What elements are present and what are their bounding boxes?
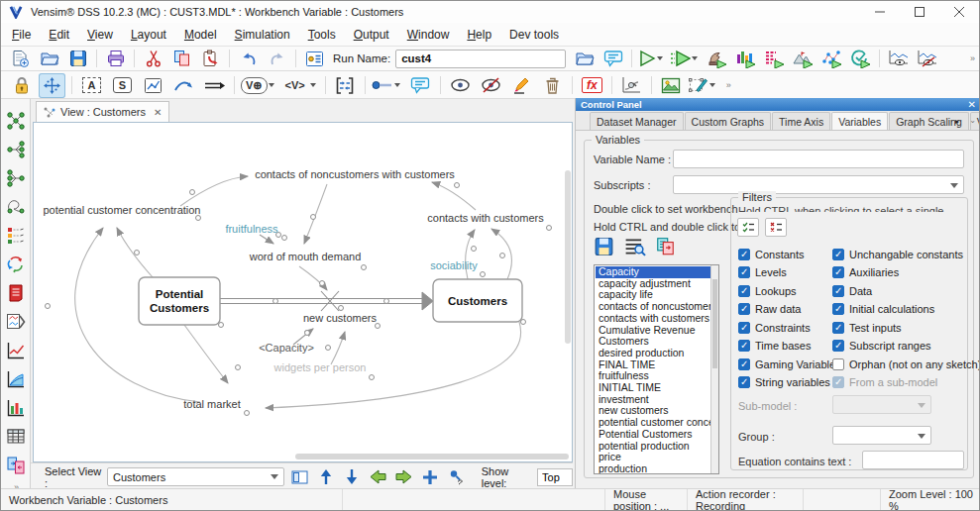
filter-constraints[interactable]: Constraints	[738, 322, 811, 334]
cut-button[interactable]	[141, 48, 165, 69]
copy-button[interactable]	[169, 48, 194, 69]
merge-tool-button[interactable]	[332, 73, 359, 98]
shadow-tool-button[interactable]: S	[109, 73, 136, 98]
canvas-horizontal-scrollbar[interactable]	[295, 454, 569, 460]
minimize-button[interactable]	[860, 1, 900, 23]
view-up-button[interactable]	[315, 466, 337, 488]
var-contacts-of-noncustomers[interactable]: contacts of noncustomers with customers	[255, 168, 455, 180]
canvas-vertical-scrollbar[interactable]	[565, 170, 571, 344]
notes-button[interactable]	[600, 48, 625, 69]
hide-graphs-button[interactable]	[915, 48, 939, 69]
find-variable-button[interactable]	[623, 237, 646, 256]
open-model-button[interactable]	[37, 48, 61, 69]
checkbox[interactable]	[832, 249, 844, 260]
checkbox[interactable]	[832, 340, 844, 352]
filter-string-variables[interactable]: String variables	[738, 376, 830, 388]
tab-scroll-right-icon[interactable]: ▸	[955, 117, 959, 126]
stock-customers[interactable]: Customers	[433, 279, 522, 322]
select-all-filters-button[interactable]	[737, 218, 759, 237]
checkbox[interactable]	[832, 358, 844, 370]
optimize-run-button[interactable]	[819, 48, 844, 69]
tab-dataset-manager[interactable]: Dataset Manager	[590, 112, 684, 130]
document-button[interactable]	[4, 281, 28, 305]
causes-strip-button[interactable]	[4, 310, 28, 334]
var-widgets-per-person[interactable]: widgets per person	[273, 361, 367, 373]
menu-window[interactable]: Window	[398, 25, 459, 45]
filter-raw-data[interactable]: Raw data	[738, 303, 801, 315]
runs-compare-button[interactable]	[4, 454, 28, 477]
sketch-graph-tool-button[interactable]	[140, 73, 166, 98]
sensitivity-run-button[interactable]	[791, 48, 816, 69]
checkbox[interactable]	[738, 266, 750, 278]
menu-file[interactable]: File	[3, 25, 40, 45]
var-capacity-shadow[interactable]: <Capacity>	[259, 342, 314, 354]
table-button[interactable]	[4, 425, 28, 449]
menu-output[interactable]: Output	[345, 25, 398, 45]
run-name-input[interactable]	[395, 50, 566, 68]
add-view-button[interactable]	[419, 466, 441, 488]
checkbox[interactable]	[738, 340, 750, 352]
show-tool-button[interactable]	[447, 73, 474, 98]
filter-unchangable-constants[interactable]: Unchangable constants	[832, 249, 963, 260]
filter-subscript-ranges[interactable]: Subscript ranges	[832, 340, 931, 352]
list-item[interactable]: INITIAL TIME	[596, 382, 718, 394]
list-item[interactable]: desired production	[596, 348, 718, 359]
filter-auxiliaries[interactable]: Auxiliaries	[832, 266, 899, 278]
shadow-variable-tool-button[interactable]: <V>	[281, 73, 319, 98]
menu-edit[interactable]: Edit	[40, 25, 78, 45]
var-word-of-mouth-demand[interactable]: word of mouth demand	[249, 251, 362, 262]
menu-layout[interactable]: Layout	[122, 25, 175, 45]
filter-lookups[interactable]: Lookups	[738, 285, 797, 297]
causes-network-button[interactable]	[4, 109, 28, 133]
subscripts-dropdown[interactable]	[673, 175, 964, 194]
view-down-button[interactable]	[341, 466, 363, 488]
cycles-button[interactable]	[4, 253, 28, 276]
paste-button[interactable]	[198, 48, 223, 69]
var-fruitfulness[interactable]: fruitfulness	[225, 223, 278, 235]
run-options-button[interactable]	[302, 48, 327, 69]
list-item[interactable]: production	[596, 463, 718, 474]
redo-button[interactable]	[265, 48, 289, 69]
var-new-customers[interactable]: new customers	[303, 312, 377, 324]
strip-graph-run-button[interactable]	[762, 48, 787, 69]
filter-levels[interactable]: Levels	[738, 266, 787, 278]
variable-tool-button[interactable]: V⊕	[241, 73, 277, 98]
checkbox[interactable]	[738, 322, 750, 334]
filter-gaming-variables[interactable]: Gaming Variables	[738, 358, 841, 370]
view-window-button[interactable]	[288, 466, 310, 488]
var-sociability[interactable]: sociability	[430, 259, 478, 271]
list-item[interactable]: Capacity	[596, 266, 718, 278]
new-file-button[interactable]	[8, 48, 33, 69]
view-prev-button[interactable]	[367, 466, 388, 488]
view-tab-close-icon[interactable]: ✕	[154, 107, 162, 118]
units-check-button[interactable]	[4, 224, 28, 248]
checkbox[interactable]	[738, 358, 750, 370]
control-panel-titlebar[interactable]: Control Panel ✕	[576, 98, 980, 111]
stock-potential-customers[interactable]: Potential Customers	[139, 277, 220, 325]
control-panel-close-icon[interactable]: ✕	[968, 99, 976, 110]
save-button[interactable]	[65, 48, 90, 69]
tab-custom-graphs[interactable]: Custom Graphs	[685, 112, 772, 130]
checkbox[interactable]	[832, 266, 844, 278]
menu-tools[interactable]: Tools	[299, 25, 345, 45]
model-canvas[interactable]: Potential Customers Customers contacts o…	[33, 122, 573, 462]
tab-time-axis[interactable]: Time Axis	[772, 112, 830, 130]
tab-variables[interactable]: Variables	[831, 112, 888, 131]
loops-button[interactable]	[4, 195, 28, 219]
attribute-tool-button[interactable]: A	[78, 73, 105, 98]
delete-tool-button[interactable]	[539, 73, 566, 98]
shape-edit-button[interactable]	[689, 73, 718, 98]
synthesim-button[interactable]	[670, 48, 701, 69]
group-dropdown[interactable]	[832, 426, 931, 445]
close-button[interactable]	[939, 1, 979, 23]
menu-dev-tools[interactable]: Dev tools	[500, 25, 568, 45]
menu-view[interactable]: View	[78, 25, 122, 45]
flow-tool-button[interactable]	[201, 73, 228, 98]
sensitivity-graph-button[interactable]	[4, 367, 28, 391]
checkbox[interactable]	[832, 303, 844, 315]
filter-data[interactable]: Data	[832, 285, 872, 297]
bar-graph-run-button[interactable]	[733, 48, 758, 69]
filter-orphan[interactable]: Orphan (not on any sketch)	[832, 358, 980, 370]
scrollbar-thumb[interactable]	[712, 279, 717, 368]
checkbox[interactable]	[738, 285, 750, 297]
